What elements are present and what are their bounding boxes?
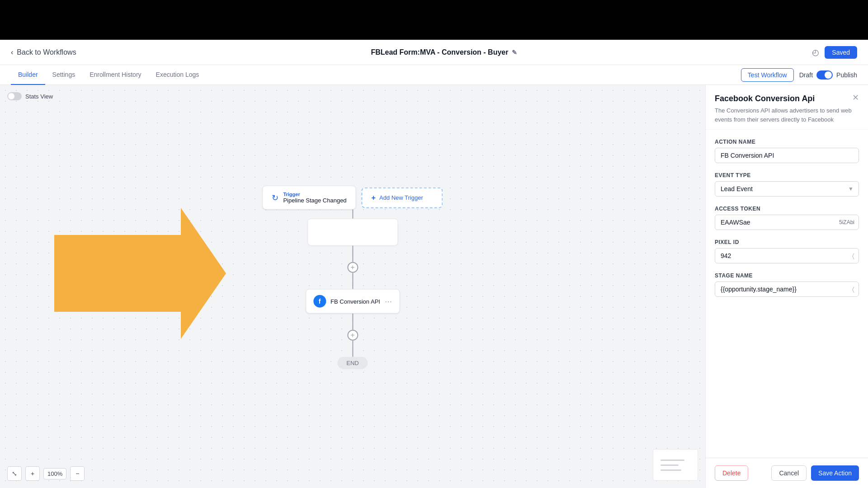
back-to-workflows[interactable]: ‹ Back to Workflows — [11, 48, 76, 56]
panel-title: Facebook Conversion Api — [715, 94, 859, 103]
back-label: Back to Workflows — [17, 48, 76, 56]
delete-button[interactable]: Delete — [715, 465, 748, 481]
panel-header: Facebook Conversion Api The Conversions … — [706, 85, 868, 130]
canvas-controls: ⤡ + 100% − — [7, 466, 85, 481]
empty-node — [307, 219, 398, 246]
tab-execution-logs[interactable]: Execution Logs — [149, 65, 207, 85]
add-step-button-1[interactable]: + — [347, 262, 358, 273]
trigger-name: Pipeline Stage Changed — [283, 197, 346, 204]
pixel-id-input[interactable] — [715, 248, 859, 263]
panel-body: ACTION NAME EVENT TYPE Lead Event Purcha… — [706, 130, 868, 458]
stage-name-tag-icon[interactable]: 〈 — [852, 286, 854, 293]
cancel-button[interactable]: Cancel — [771, 465, 807, 481]
canvas-area[interactable]: Stats View ↻ Trigger Pipeline Stage Chan… — [0, 85, 705, 488]
access-token-input-wrapper: 5iZAbi — [715, 215, 859, 230]
nav-tabs: Builder Settings Enrollment History Exec… — [0, 65, 868, 85]
stats-view-label: Stats View — [25, 93, 53, 100]
workflow-title: FBLead Form:MVA - Conversion - Buyer ✎ — [76, 48, 812, 56]
connector-line-2 — [352, 246, 353, 262]
action-name-field-group: ACTION NAME — [715, 139, 859, 163]
edit-icon[interactable]: ✎ — [512, 49, 517, 56]
draft-label: Draft — [799, 71, 813, 79]
event-type-select-wrapper: Lead Event Purchase ViewContent AddToCar… — [715, 181, 859, 197]
draft-publish-toggle: Draft Publish — [799, 70, 857, 80]
mini-map-line-1 — [660, 460, 684, 461]
tab-settings[interactable]: Settings — [45, 65, 83, 85]
saved-button[interactable]: Saved — [825, 46, 857, 59]
pixel-id-input-wrapper: 〈 — [715, 248, 859, 263]
end-node: END — [337, 357, 368, 369]
tab-builder[interactable]: Builder — [11, 65, 45, 85]
test-workflow-button[interactable]: Test Workflow — [741, 68, 794, 82]
action-node[interactable]: f FB Conversion API ⋯ — [306, 289, 400, 314]
header: ‹ Back to Workflows FBLead Form:MVA - Co… — [0, 40, 868, 65]
stats-view-switch[interactable] — [7, 92, 22, 100]
panel-description: The Conversions API allows advertisers t… — [715, 106, 859, 124]
stage-name-label: STAGE NAME — [715, 272, 859, 279]
publish-label: Publish — [836, 71, 857, 79]
trigger-icon: ↻ — [272, 192, 278, 202]
trigger-node[interactable]: ↻ Trigger Pipeline Stage Changed — [262, 186, 356, 210]
trigger-text: Trigger Pipeline Stage Changed — [283, 192, 346, 204]
panel-close-button[interactable]: ✕ — [850, 92, 861, 103]
panel-footer-actions: Cancel Save Action — [771, 465, 859, 481]
header-actions: ◴ Saved — [812, 46, 857, 59]
connector-line-5 — [352, 341, 353, 357]
trigger-row: ↻ Trigger Pipeline Stage Changed + Add N… — [262, 186, 443, 210]
save-action-button[interactable]: Save Action — [811, 465, 859, 481]
stage-name-field-group: STAGE NAME 〈 — [715, 272, 859, 297]
zoom-in-button[interactable]: + — [25, 466, 40, 481]
mini-map-content — [653, 450, 698, 480]
action-name-input[interactable] — [715, 148, 859, 163]
add-trigger-node[interactable]: + Add New Trigger — [362, 187, 443, 208]
facebook-icon: f — [313, 295, 326, 308]
access-token-label: ACCESS TOKEN — [715, 206, 859, 212]
action-name-label: ACTION NAME — [715, 139, 859, 145]
fit-view-button[interactable]: ⤡ — [7, 466, 22, 481]
right-panel: Facebook Conversion Api The Conversions … — [705, 85, 868, 488]
event-type-label: EVENT TYPE — [715, 172, 859, 178]
add-step-button-2[interactable]: + — [347, 330, 358, 341]
pixel-id-tag-icon[interactable]: 〈 — [852, 252, 854, 260]
pixel-id-field-group: PIXEL ID 〈 — [715, 239, 859, 263]
mini-map-line-3 — [660, 469, 681, 471]
chevron-left-icon: ‹ — [11, 48, 13, 56]
trigger-label: Trigger — [283, 192, 346, 197]
mini-map-line-2 — [660, 465, 679, 466]
connector-line-1 — [352, 210, 353, 219]
stats-view-toggle[interactable]: Stats View — [7, 92, 53, 100]
connector-line-4 — [352, 314, 353, 330]
clock-icon[interactable]: ◴ — [812, 47, 819, 57]
stage-name-input-wrapper: 〈 — [715, 282, 859, 297]
top-bar — [0, 0, 868, 40]
title-text: FBLead Form:MVA - Conversion - Buyer — [371, 48, 508, 56]
event-type-select[interactable]: Lead Event Purchase ViewContent AddToCar… — [715, 181, 859, 197]
workflow-nodes: ↻ Trigger Pipeline Stage Changed + Add N… — [262, 186, 443, 369]
token-end-text: 5iZAbi — [839, 219, 854, 225]
nav-tabs-right: Test Workflow Draft Publish — [741, 68, 857, 82]
stage-name-input[interactable] — [715, 282, 859, 297]
event-type-field-group: EVENT TYPE Lead Event Purchase ViewConte… — [715, 172, 859, 197]
add-trigger-plus-icon: + — [372, 193, 376, 202]
access-token-field-group: ACCESS TOKEN 5iZAbi — [715, 206, 859, 230]
mini-map — [653, 449, 698, 481]
pixel-id-label: PIXEL ID — [715, 239, 859, 245]
zoom-level: 100% — [43, 468, 66, 479]
action-name: FB Conversion API — [330, 298, 380, 305]
connector-line-3 — [352, 273, 353, 289]
main-layout: Stats View ↻ Trigger Pipeline Stage Chan… — [0, 85, 868, 488]
access-token-input[interactable] — [715, 215, 859, 230]
panel-footer: Delete Cancel Save Action — [706, 458, 868, 488]
draft-publish-switch[interactable] — [816, 70, 833, 80]
tab-enrollment-history[interactable]: Enrollment History — [82, 65, 148, 85]
zoom-out-button[interactable]: − — [70, 466, 85, 481]
svg-marker-0 — [54, 208, 226, 339]
add-trigger-label: Add New Trigger — [379, 194, 423, 201]
action-dots-menu[interactable]: ⋯ — [385, 297, 392, 305]
arrow-decoration — [54, 208, 226, 339]
